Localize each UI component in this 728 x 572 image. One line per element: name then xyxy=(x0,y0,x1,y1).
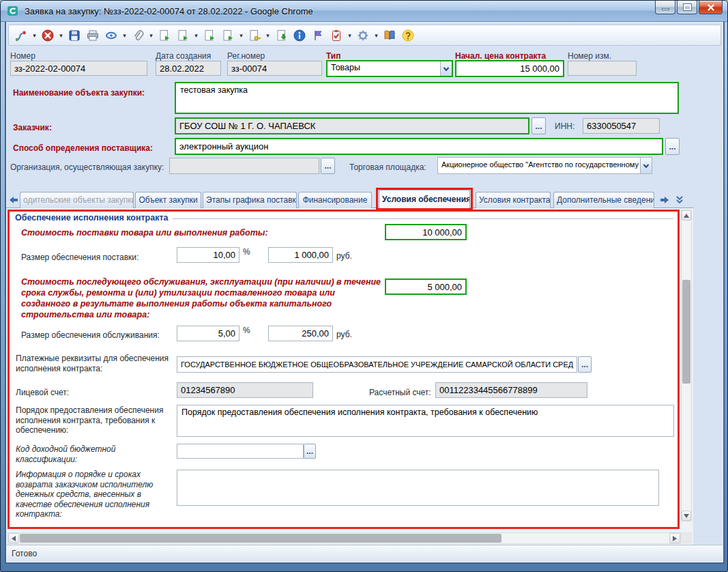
payment-details-input[interactable] xyxy=(177,356,577,373)
service-amount-unit: руб. xyxy=(336,330,352,340)
arrow-left-icon xyxy=(9,196,18,204)
scroll-down-button[interactable] xyxy=(682,511,691,521)
inn-label: ИНН: xyxy=(555,121,574,131)
close-icon xyxy=(707,3,715,12)
export-document-button[interactable] xyxy=(156,27,173,44)
application-window: Заявка на закупку: №зз-2022-02-00074 от … xyxy=(0,0,728,572)
inn-input[interactable] xyxy=(583,118,660,134)
checklist-menu-caret-icon[interactable]: ▾ xyxy=(347,32,353,39)
budget-code-input[interactable] xyxy=(177,444,304,459)
copy-document-button[interactable] xyxy=(201,27,218,44)
double-chevron-down-icon xyxy=(675,195,684,205)
number-input[interactable] xyxy=(10,61,147,76)
tabs-scroll-right-button[interactable] xyxy=(658,192,670,207)
supply-percent-input[interactable] xyxy=(177,247,239,263)
link-button[interactable] xyxy=(103,27,119,44)
service-cost-input[interactable] xyxy=(385,278,467,295)
tabs-scroll-left-button[interactable] xyxy=(8,192,19,207)
created-date-input[interactable] xyxy=(156,61,221,76)
customer-input[interactable] xyxy=(175,117,529,134)
provision-order-textarea[interactable]: Порядок предоставления обеспечения испол… xyxy=(177,405,674,437)
copy-document-menu-button[interactable] xyxy=(220,27,236,44)
supply-size-label: Размер обеспечения поставки: xyxy=(21,253,139,263)
flag-button[interactable] xyxy=(310,27,326,44)
customer-picker-button[interactable]: ... xyxy=(532,117,546,134)
tab-financing[interactable]: Финансирование xyxy=(298,192,372,208)
save-button[interactable] xyxy=(66,27,83,44)
payment-details-picker-button[interactable]: ... xyxy=(578,356,592,373)
type-dropdown-button[interactable] xyxy=(440,61,452,76)
arrow-right-icon xyxy=(660,196,669,204)
tab-purchase-object[interactable]: Объект закупки xyxy=(135,192,201,208)
object-name-textarea[interactable]: тестовая закупка xyxy=(175,82,679,114)
supplier-method-picker-button[interactable]: ... xyxy=(665,138,680,155)
attachment-button[interactable] xyxy=(130,27,146,44)
group-header: Обеспечение исполнения контракта xyxy=(15,213,673,223)
cancel-button[interactable] xyxy=(40,27,56,44)
service-percent-input[interactable] xyxy=(177,326,239,341)
scrollbar-corner xyxy=(681,532,692,544)
help-button[interactable] xyxy=(400,27,416,44)
trading-platform-dropdown-button[interactable] xyxy=(640,158,652,173)
link-icon xyxy=(104,29,118,42)
type-combobox[interactable]: Товары xyxy=(326,60,453,77)
document-key-menu-caret-icon[interactable]: ▾ xyxy=(265,32,271,39)
purchasing-org-picker-button[interactable]: ... xyxy=(321,158,335,174)
vertical-scrollbar[interactable] xyxy=(681,210,692,521)
copy-menu-caret-icon[interactable]: ▾ xyxy=(238,32,244,39)
flag-icon xyxy=(311,29,325,42)
personal-account-input[interactable] xyxy=(177,382,313,398)
status-text: Готово xyxy=(12,549,37,558)
copy-document-icon xyxy=(203,29,216,42)
trading-platform-combobox[interactable]: Акционерное общество "Агентство по госуд… xyxy=(437,157,652,174)
reg-number-label: Рег.номер xyxy=(227,51,265,61)
triangle-down-icon xyxy=(684,514,689,518)
tab-security-conditions[interactable]: Условия обеспечения xyxy=(379,190,470,209)
supply-cost-input[interactable] xyxy=(385,224,467,240)
scroll-right-button[interactable] xyxy=(669,533,680,543)
window-titlebar: Заявка на закупку: №зз-2022-02-00074 от … xyxy=(1,1,727,22)
settlement-account-input[interactable] xyxy=(435,382,587,398)
horizontal-scroll-thumb[interactable] xyxy=(20,534,501,543)
close-button[interactable] xyxy=(699,1,723,14)
service-menu-caret-icon[interactable]: ▾ xyxy=(373,32,379,39)
attachment-menu-caret-icon[interactable]: ▾ xyxy=(148,32,154,39)
purchasing-org-input[interactable] xyxy=(169,158,319,174)
revision-number-input[interactable] xyxy=(568,61,637,76)
window-title: Заявка на закупку: №зз-2022-02-00074 от … xyxy=(25,6,313,16)
info-button[interactable] xyxy=(291,27,308,44)
scroll-left-button[interactable] xyxy=(8,533,19,543)
budget-code-picker-button[interactable]: ... xyxy=(304,444,316,459)
tabs-collapse-button[interactable] xyxy=(673,192,686,207)
vertical-scroll-thumb[interactable] xyxy=(682,280,690,384)
horizontal-scrollbar[interactable] xyxy=(8,532,681,544)
print-button[interactable] xyxy=(85,27,101,44)
security-conditions-panel: Обеспечение исполнения контракта Стоимос… xyxy=(8,210,680,529)
import-document-button[interactable] xyxy=(273,27,289,44)
initial-price-input[interactable] xyxy=(455,60,564,77)
document-key-button[interactable] xyxy=(246,27,263,44)
supply-amount-input[interactable] xyxy=(268,247,333,263)
supply-percent-unit: % xyxy=(243,247,250,257)
supplier-method-label: Способ определения поставщика: xyxy=(13,143,153,153)
supplier-method-input[interactable] xyxy=(175,138,663,155)
status-bar: Готово xyxy=(7,545,723,562)
minimize-button[interactable] xyxy=(655,1,675,14)
book-button[interactable] xyxy=(381,27,398,44)
checklist-button[interactable] xyxy=(328,27,345,44)
scroll-up-button[interactable] xyxy=(682,210,691,220)
refund-info-textarea[interactable] xyxy=(177,470,659,506)
tab-contract-conditions[interactable]: Условия контракта xyxy=(476,192,551,208)
tab-additional-info[interactable]: Дополнительные сведения xyxy=(553,192,654,208)
service-button[interactable] xyxy=(355,27,371,44)
service-amount-input[interactable] xyxy=(268,326,333,341)
reg-number-input[interactable] xyxy=(227,61,322,76)
cancel-menu-caret-icon[interactable]: ▾ xyxy=(58,32,64,39)
tab-delivery-schedule[interactable]: Этапы графика поставки xyxy=(203,192,297,208)
route-button[interactable] xyxy=(13,27,29,44)
link-menu-caret-icon[interactable]: ▾ xyxy=(121,32,128,39)
route-menu-caret-icon[interactable]: ▾ xyxy=(31,32,38,39)
maximize-button[interactable] xyxy=(677,1,697,14)
export-document-menu-button[interactable] xyxy=(175,27,191,44)
export-menu-caret-icon[interactable]: ▾ xyxy=(193,32,199,39)
